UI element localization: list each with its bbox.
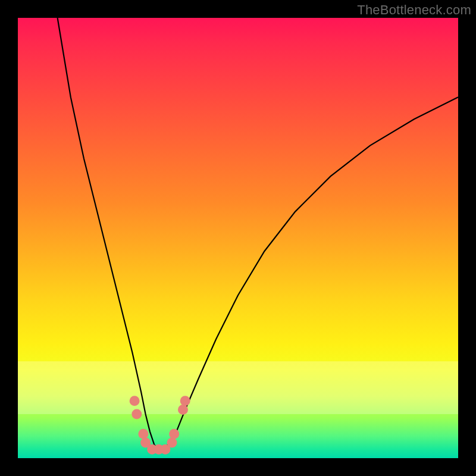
curve-marker: [167, 438, 177, 448]
curve-svg: [18, 18, 458, 458]
curve-marker: [138, 429, 148, 439]
svg-rect-0: [18, 361, 458, 414]
curve-marker: [178, 405, 188, 415]
curve-marker: [169, 429, 179, 439]
curve-marker: [131, 409, 142, 419]
curve-marker: [180, 396, 190, 406]
plot-area: [18, 18, 458, 458]
pale-band: [18, 361, 458, 414]
watermark-text: TheBottleneck.com: [357, 2, 471, 18]
chart-frame: TheBottleneck.com: [0, 0, 476, 476]
curve-marker: [130, 396, 140, 406]
